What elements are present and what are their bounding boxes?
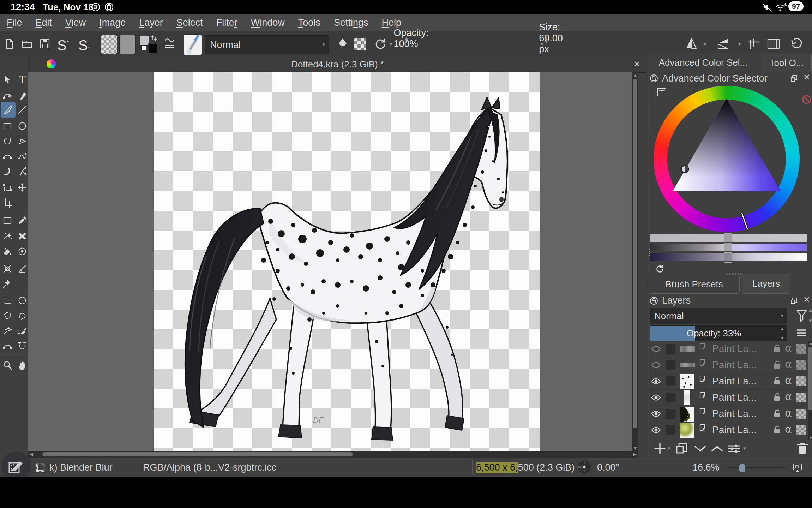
tool-fill[interactable] [1,245,14,258]
tool-enclose-fill[interactable] [16,245,29,258]
layer-row-1[interactable]: Paint La... α [647,341,807,357]
menu-help[interactable]: Help [375,17,408,28]
layer-thumbnail[interactable] [680,374,694,389]
layer-name[interactable]: Paint La... [712,408,769,419]
tab-layers[interactable]: Layers [742,274,790,294]
lock-icon[interactable] [773,393,781,403]
floating-edit-button[interactable] [1,452,31,481]
zoom-slider-track[interactable] [729,467,785,468]
layer-scroll-thumb[interactable] [808,347,812,410]
layer-style-toggle[interactable] [666,393,675,402]
inherit-alpha-icon[interactable] [796,425,806,435]
tool-calligraphy[interactable] [16,89,29,102]
gradient-swatch-button[interactable] [119,35,136,54]
canvas-viewport[interactable]: DF ▲ ▼ [28,72,638,451]
tool-bezier-select[interactable] [1,339,14,353]
alpha-lock-icon[interactable]: α [785,390,792,403]
panel-scroll-down[interactable]: ▼ [808,318,812,323]
tool-zoom[interactable] [1,359,14,372]
fg-bg-color-widget[interactable] [140,36,159,53]
layers-close-icon[interactable]: ✕ [803,295,810,305]
menu-image[interactable]: Image [92,17,132,28]
swap-colors-icon[interactable] [150,34,158,43]
tool-edit-shapes[interactable] [1,89,14,102]
add-layer-chevron-icon[interactable]: ▾ [668,445,670,452]
save-button[interactable] [39,38,51,50]
move-layer-down-button[interactable] [693,442,707,456]
move-layer-up-button[interactable] [710,442,724,456]
menu-window[interactable]: Window [244,17,291,28]
lock-icon[interactable] [773,376,781,387]
close-document-icon[interactable]: ✕ [633,59,640,69]
layer-style-toggle[interactable] [666,409,675,419]
visibility-icon[interactable] [651,425,661,436]
refresh-colors-icon[interactable] [655,264,665,275]
menu-select[interactable]: Select [170,17,210,28]
document-canvas[interactable]: DF [154,72,540,451]
layer-row-4[interactable]: Paint La... α [647,390,807,406]
mirror-horizontal-chevron-icon[interactable]: ▾ [704,41,706,47]
scroll-left-arrow[interactable]: ◀ [30,452,33,456]
layer-thumbnail[interactable] [680,407,694,422]
tool-text[interactable]: T [16,73,29,86]
reset-colors-swatch[interactable] [141,46,146,50]
current-brush-name[interactable]: k) Blender Blur [49,462,113,473]
canvas-rotation-dial[interactable] [576,459,593,478]
saturation-value-triangle[interactable] [654,86,800,232]
visibility-icon[interactable] [651,377,661,387]
tool-bezier-curve[interactable] [1,149,14,163]
tab-advanced-color-selector[interactable]: Advanced Color Sel... [647,53,759,72]
lock-icon[interactable] [773,360,781,371]
tab-tool-options[interactable]: Tool O... [762,54,812,72]
open-document-button[interactable] [21,38,33,50]
tool-polyline[interactable] [16,135,29,148]
tool-freehand-select[interactable] [16,309,29,322]
wrap-around-button[interactable] [747,37,761,50]
tool-color-sampler[interactable] [16,214,29,227]
alpha-lock-icon[interactable]: α [785,342,792,354]
scroll-down-arrow[interactable]: ▼ [633,446,638,450]
tool-magnetic-select[interactable] [16,339,29,353]
scroll-up-arrow[interactable]: ▲ [633,73,638,78]
brush-size-slider[interactable]: Size: 60.00 px ▲▼ [551,35,551,42]
inherit-alpha-icon[interactable] [796,409,806,419]
layer-thumbnail[interactable] [680,363,695,367]
layer-properties-chevron-icon[interactable]: ▾ [743,445,746,452]
panel-scroll-up[interactable]: ▲ [808,308,812,312]
visibility-icon[interactable] [651,344,661,355]
tool-smart-patch[interactable] [16,229,29,243]
layer-name[interactable]: Paint La... [712,392,769,403]
gradient-chooser-button[interactable]: S• [57,37,69,53]
layer-row-6[interactable]: Paint La... α [647,422,807,440]
zoom-value[interactable]: 16.6% [692,462,720,473]
preserve-alpha-button[interactable] [354,38,366,50]
layer-name[interactable]: Paint La... [712,424,769,436]
fit-to-screen-icon[interactable] [792,462,803,476]
menu-filter[interactable]: Filter [210,17,244,28]
layer-properties-button[interactable] [727,442,741,456]
tool-multibrush[interactable] [16,164,29,178]
menu-settings[interactable]: Settings [327,17,375,28]
docker-lock-icon[interactable] [650,74,658,84]
layer-scroll-up[interactable]: ▲ [808,341,812,346]
mirror-horizontal-button[interactable] [684,36,699,51]
document-tab-title[interactable]: Dotted4.kra (2.3 GiB) * [28,59,647,70]
no-color-icon[interactable] [802,95,812,106]
canvas-horizontal-scrollbar[interactable]: ◀ ▶ [28,451,638,458]
hue-ring[interactable] [654,86,800,232]
layer-options-icon[interactable] [795,327,807,340]
scroll-right-arrow[interactable]: ▶ [633,452,637,456]
float-docker-icon[interactable] [790,74,798,84]
tool-freehand-brush[interactable] [2,103,16,116]
selection-display-toggle[interactable] [35,463,45,475]
layer-name[interactable]: Paint La... [712,343,769,354]
tab-brush-presets[interactable]: Brush Presets [649,275,740,294]
tool-contiguous-select[interactable] [1,324,14,337]
layer-style-toggle[interactable] [666,360,675,370]
saturation-bar[interactable] [650,244,807,251]
blending-mode-dropdown[interactable]: Normal ▾ [205,35,329,54]
show-panels-button[interactable] [766,37,781,50]
tool-polygon[interactable] [1,135,14,148]
eraser-mode-button[interactable] [336,37,349,50]
brush-preset-chooser[interactable] [184,34,202,55]
